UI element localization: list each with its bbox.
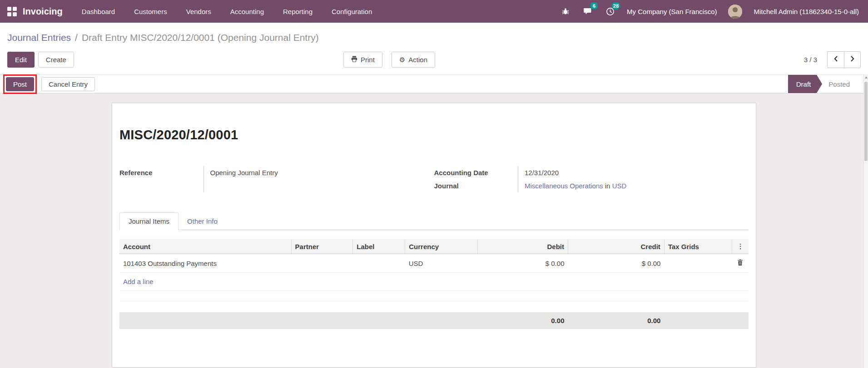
action-button[interactable]: ⚙ Action [392, 52, 435, 68]
vertical-scrollbar[interactable] [863, 74, 868, 368]
col-header-tax-grids: Tax Grids [664, 239, 732, 254]
cell-account: 101403 Outstanding Payments [119, 254, 291, 273]
breadcrumb-journal-entries[interactable]: Journal Entries [7, 32, 71, 43]
journal-label: Journal [434, 179, 518, 192]
nav-item-dashboard[interactable]: Dashboard [82, 8, 115, 15]
accounting-date-value: 12/31/2020 [518, 166, 749, 179]
col-header-debit: Debit [477, 239, 568, 254]
chevron-left-icon [833, 56, 838, 63]
content-area: MISC/2020/12/0001 Reference Opening Jour… [0, 93, 868, 368]
cell-label [353, 254, 405, 273]
cell-credit: $ 0.00 [568, 254, 664, 273]
post-button[interactable]: Post [6, 77, 34, 91]
pager-previous-button[interactable] [827, 51, 844, 68]
pager: 3 / 3 [804, 51, 861, 68]
breadcrumb-current: Draft Entry MISC/2020/12/0001 (Opening J… [82, 32, 319, 43]
table-row[interactable]: 101403 Outstanding Payments USD $ 0.00 $… [119, 254, 749, 273]
user-menu[interactable]: Mitchell Admin (11862340-15-0-all) [754, 8, 859, 15]
field-group: Reference Opening Journal Entry Accounti… [119, 166, 749, 192]
annotation-highlight: Post [3, 74, 37, 94]
gear-icon: ⚙ [399, 56, 405, 63]
nav-item-configuration[interactable]: Configuration [332, 8, 372, 15]
messages-badge: 6 [590, 2, 598, 10]
nav-item-vendors[interactable]: Vendors [186, 8, 211, 15]
entry-title: MISC/2020/12/0001 [119, 128, 749, 142]
control-panel: Journal Entries/Draft Entry MISC/2020/12… [0, 23, 868, 74]
tab-other-info[interactable]: Other Info [179, 213, 226, 230]
messages-chat-icon[interactable]: 6 [582, 6, 593, 17]
trash-icon [737, 260, 743, 267]
printer-icon [351, 56, 357, 64]
app-name[interactable]: Invoicing [23, 6, 63, 17]
col-header-credit: Credit [568, 239, 664, 254]
breadcrumb-separator: / [75, 32, 78, 43]
status-draft[interactable]: Draft [788, 75, 817, 93]
journal-connector: in [605, 182, 610, 190]
top-navbar: Invoicing Dashboard Customers Vendors Ac… [0, 0, 868, 23]
activities-badge: 28 [612, 2, 620, 10]
delete-row-button[interactable] [737, 259, 743, 266]
cancel-entry-button[interactable]: Cancel Entry [41, 77, 95, 91]
col-header-partner: Partner [291, 239, 353, 254]
print-button[interactable]: Print [343, 52, 382, 68]
scrollbar-thumb[interactable] [864, 82, 868, 161]
add-line-row: Add a line [119, 273, 749, 291]
journal-value: Miscellaneous Operations in USD [518, 179, 749, 192]
activities-clock-icon[interactable]: 28 [605, 6, 615, 17]
table-header-row: Account Partner Label Currency Debit Cre… [119, 239, 749, 254]
pager-next-button[interactable] [844, 51, 861, 68]
notebook-tabs: Journal Items Other Info [119, 212, 749, 230]
main-menu: Dashboard Customers Vendors Accounting R… [82, 8, 372, 15]
pager-value[interactable]: 3 / 3 [804, 56, 817, 64]
scroll-up-arrow-icon[interactable] [865, 76, 868, 79]
statusbar: Post Cancel Entry Draft Posted [0, 74, 868, 93]
nav-item-customers[interactable]: Customers [134, 8, 167, 15]
total-credit: 0.00 [568, 312, 664, 329]
cell-currency: USD [405, 254, 477, 273]
status-posted[interactable]: Posted [817, 75, 856, 93]
add-a-line-link[interactable]: Add a line [123, 278, 154, 285]
user-avatar[interactable] [728, 5, 742, 19]
cell-tax-grids [664, 254, 732, 273]
cell-debit: $ 0.00 [477, 254, 568, 273]
accounting-date-label: Accounting Date [434, 166, 518, 179]
total-debit: 0.00 [477, 312, 568, 329]
breadcrumb: Journal Entries/Draft Entry MISC/2020/12… [7, 32, 861, 44]
col-header-account: Account [119, 239, 291, 254]
col-header-label: Label [353, 239, 405, 254]
journal-currency-link[interactable]: USD [612, 182, 627, 190]
journal-items-table: Account Partner Label Currency Debit Cre… [119, 239, 749, 301]
apps-menu-icon[interactable] [7, 7, 17, 16]
debug-bug-icon[interactable] [560, 6, 571, 17]
journal-link[interactable]: Miscellaneous Operations [525, 182, 603, 190]
cell-partner [291, 254, 353, 273]
create-button[interactable]: Create [38, 52, 74, 68]
nav-item-accounting[interactable]: Accounting [230, 8, 264, 15]
edit-button[interactable]: Edit [7, 52, 35, 68]
form-sheet: MISC/2020/12/0001 Reference Opening Jour… [112, 103, 756, 368]
company-switcher[interactable]: My Company (San Francisco) [627, 8, 717, 15]
col-header-currency: Currency [405, 239, 477, 254]
tab-journal-items[interactable]: Journal Items [119, 212, 179, 230]
empty-row[interactable] [119, 291, 749, 301]
optional-columns-kebab-icon[interactable]: ⋮ [732, 239, 749, 254]
totals-row: 0.00 0.00 [119, 312, 749, 329]
status-widget: Draft Posted [788, 75, 856, 93]
reference-label: Reference [119, 166, 203, 192]
chevron-right-icon [850, 56, 855, 63]
reference-value: Opening Journal Entry [203, 166, 434, 192]
nav-item-reporting[interactable]: Reporting [283, 8, 312, 15]
